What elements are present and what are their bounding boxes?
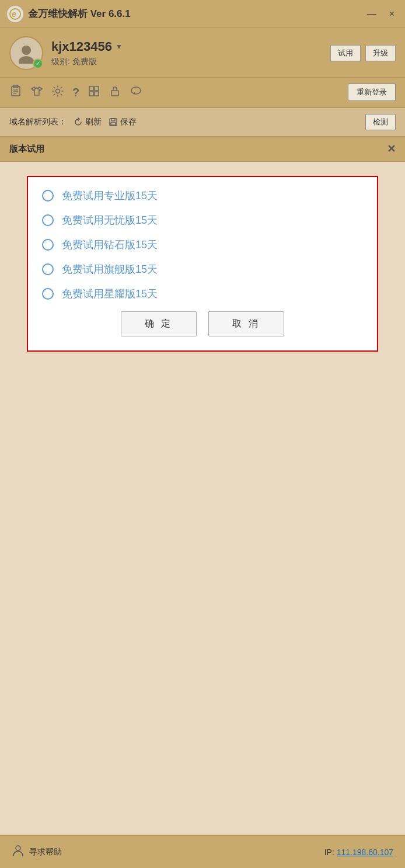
trial-header: 版本试用 ✕ <box>0 137 405 162</box>
trial-option-1[interactable]: 免费试用专业版15天 <box>42 189 363 203</box>
svg-rect-14 <box>111 91 118 96</box>
svg-rect-11 <box>95 86 99 91</box>
svg-rect-12 <box>89 92 93 96</box>
minimize-button[interactable]: — <box>364 8 380 20</box>
radio-4[interactable] <box>42 263 54 275</box>
toolbar-icons: ? <box>9 85 142 100</box>
user-info: kjx123456 ▼ 级别: 免费版 <box>9 36 123 70</box>
app-logo: e <box>7 6 23 22</box>
trial-option-2[interactable]: 免费试用无忧版15天 <box>42 213 363 227</box>
trial-option-3[interactable]: 免费试用钻石版15天 <box>42 238 363 252</box>
user-details: kjx123456 ▼ 级别: 免费版 <box>51 39 123 67</box>
ip-section: IP: 111.198.60.107 <box>324 848 393 857</box>
trial-option-4-label: 免费试用旗舰版15天 <box>62 262 158 276</box>
radio-5[interactable] <box>42 288 54 300</box>
svg-text:e: e <box>12 9 16 19</box>
domain-label: 域名解析列表： <box>9 117 67 127</box>
user-actions: 试用 升级 <box>330 45 396 61</box>
help-icon[interactable]: ? <box>72 86 79 99</box>
refresh-button[interactable]: 刷新 <box>74 117 102 127</box>
svg-point-15 <box>131 87 141 94</box>
svg-point-9 <box>56 89 60 93</box>
radio-1[interactable] <box>42 190 54 202</box>
gear-icon[interactable] <box>51 85 64 100</box>
dropdown-arrow-icon[interactable]: ▼ <box>116 43 123 51</box>
trial-option-4[interactable]: 免费试用旗舰版15天 <box>42 262 363 276</box>
footer: 寻求帮助 IP: 111.198.60.107 <box>0 835 405 868</box>
trial-option-2-label: 免费试用无忧版15天 <box>62 213 158 227</box>
trial-close-button[interactable]: ✕ <box>387 143 396 155</box>
trial-title: 版本试用 <box>9 144 44 155</box>
trial-options-box: 免费试用专业版15天 免费试用无忧版15天 免费试用钻石版15天 免费试用旗舰版… <box>27 176 378 352</box>
trial-action-buttons: 确 定 取 消 <box>42 311 363 336</box>
username: kjx123456 <box>51 39 112 54</box>
cancel-button[interactable]: 取 消 <box>208 311 284 336</box>
save-button[interactable]: 保存 <box>109 117 137 127</box>
svg-rect-13 <box>95 92 99 96</box>
help-section: 寻求帮助 <box>12 844 62 860</box>
toolbar-section: ? <box>0 78 405 108</box>
svg-point-3 <box>19 56 34 64</box>
tshirt-icon[interactable] <box>30 85 43 100</box>
svg-point-19 <box>16 846 20 850</box>
clipboard-icon[interactable] <box>9 85 22 100</box>
svg-rect-18 <box>111 123 116 125</box>
trial-option-1-label: 免费试用专业版15天 <box>62 189 158 203</box>
lock-icon[interactable] <box>109 85 121 100</box>
title-bar: e 金万维快解析 Ver 6.6.1 — × <box>0 0 405 28</box>
avatar <box>9 36 43 70</box>
grid-icon[interactable] <box>88 85 100 100</box>
ip-label: IP: <box>324 848 334 857</box>
help-label: 寻求帮助 <box>29 847 62 857</box>
svg-point-2 <box>22 46 31 55</box>
confirm-button[interactable]: 确 定 <box>121 311 197 336</box>
refresh-label: 刷新 <box>85 117 102 127</box>
save-label: 保存 <box>120 117 137 127</box>
user-section: kjx123456 ▼ 级别: 免费版 试用 升级 <box>0 28 405 78</box>
radio-3[interactable] <box>42 239 54 251</box>
app-title: 金万维快解析 Ver 6.6.1 <box>28 7 131 20</box>
username-row: kjx123456 ▼ <box>51 39 123 54</box>
avatar-badge <box>33 58 43 69</box>
radio-2[interactable] <box>42 214 54 226</box>
trial-option-5-label: 免费试用星耀版15天 <box>62 287 158 301</box>
close-button[interactable]: × <box>386 8 398 20</box>
trial-button[interactable]: 试用 <box>330 45 361 61</box>
help-person-icon <box>12 844 25 860</box>
relogin-button[interactable]: 重新登录 <box>348 84 396 101</box>
trial-option-5[interactable]: 免费试用星耀版15天 <box>42 287 363 301</box>
svg-rect-10 <box>89 86 93 91</box>
user-level: 级别: 免费版 <box>51 57 123 67</box>
main-content: 免费试用专业版15天 免费试用无忧版15天 免费试用钻石版15天 免费试用旗舰版… <box>0 162 405 512</box>
ip-address[interactable]: 111.198.60.107 <box>337 848 393 857</box>
domain-bar: 域名解析列表： 刷新 保存 检测 <box>0 108 405 137</box>
chat-icon[interactable] <box>130 85 142 100</box>
upgrade-button[interactable]: 升级 <box>365 45 396 61</box>
background-area <box>0 512 405 835</box>
svg-rect-17 <box>111 119 115 121</box>
detect-button[interactable]: 检测 <box>365 114 396 130</box>
trial-option-3-label: 免费试用钻石版15天 <box>62 238 158 252</box>
